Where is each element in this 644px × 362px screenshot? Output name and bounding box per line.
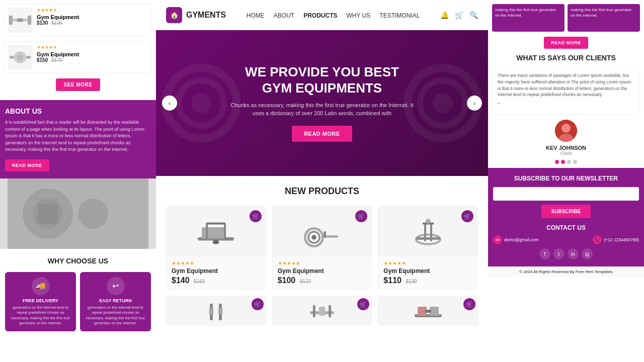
svg-rect-33	[324, 231, 326, 238]
product-info-2: ★★★★★ Gym Equipment $100 $120	[273, 256, 372, 289]
left-product-item-1: ★★★★★ Gym Equipment $130 $135	[4, 4, 152, 36]
product-card-2: 🛒 ★★★★★ Gym Equipment $100 $120	[272, 206, 372, 290]
product-img-1: 🛒	[167, 206, 266, 256]
nav-products[interactable]: PRODUCTS	[303, 11, 337, 20]
cart-btn-6[interactable]: 🛒	[463, 298, 475, 310]
instagram-icon[interactable]: ig	[582, 248, 593, 259]
left-product-old-price-1: $135	[51, 20, 62, 26]
cart-btn-5[interactable]: 🛒	[357, 298, 369, 310]
product-stars-3: ★★★★★	[383, 260, 472, 266]
easy-return-desc: generators on the internet tend to repea…	[84, 305, 147, 326]
svg-rect-8	[26, 56, 31, 59]
why-grid: 🚚 FREE DELIVERY generators on the intern…	[5, 272, 151, 331]
dot-2[interactable]	[561, 160, 565, 164]
left-product-stars-2: ★★★★★	[37, 45, 79, 50]
linkedin-icon[interactable]: in	[568, 248, 579, 259]
left-product-price-1: $130	[37, 20, 48, 26]
products-section-title: NEW PRODUCTS	[166, 186, 478, 197]
delivery-icon: 🚚	[32, 277, 50, 295]
why-card-easy-return: ↩ EASY RETURN generators on the internet…	[80, 272, 151, 331]
svg-point-28	[213, 240, 219, 244]
cart-icon[interactable]: 🛒	[455, 11, 463, 19]
hero-next-button[interactable]: ›	[467, 96, 482, 111]
dot-4[interactable]	[573, 160, 577, 164]
nav-about[interactable]: ABOUT	[274, 11, 294, 20]
hero-cta-button[interactable]: READ MORE	[292, 126, 352, 142]
left-product-img-1	[8, 8, 33, 33]
product-name-1: Gym Equipment	[172, 267, 261, 275]
product-name-3: Gym Equipment	[383, 267, 472, 275]
product-price-1: $140	[172, 276, 190, 285]
why-choose-section: WHY CHOOSE US 🚚 FREE DELIVERY generators…	[0, 249, 156, 339]
hero-prev-button[interactable]: ‹	[162, 96, 177, 111]
cart-btn-2[interactable]: 🛒	[355, 210, 367, 222]
partial-cards: making this the first true generator on …	[492, 4, 640, 32]
cart-btn-1[interactable]: 🛒	[250, 210, 262, 222]
svg-rect-1	[9, 16, 13, 25]
why-card-free-delivery: 🚚 FREE DELIVERY generators on the intern…	[5, 272, 76, 331]
product-name-2: Gym Equipment	[278, 267, 367, 275]
left-product-old-price-2: $170	[51, 57, 62, 63]
contact-email-item: ✉ demo@gmail.com	[493, 235, 539, 244]
dot-3[interactable]	[567, 160, 571, 164]
subscribe-input[interactable]	[493, 187, 639, 201]
products-section: NEW PRODUCTS 🛒 ★★★★★	[156, 176, 488, 331]
svg-rect-24	[202, 227, 226, 238]
products-grid: 🛒 ★★★★★ Gym Equipment $140 $165	[166, 206, 478, 290]
about-title: ABOUT US	[5, 107, 151, 115]
reviewer-role: Client	[492, 151, 640, 156]
cart-btn-4[interactable]: 🛒	[252, 298, 264, 310]
svg-rect-45	[313, 305, 315, 317]
cart-btn-3[interactable]: 🛒	[461, 210, 473, 222]
svg-rect-26	[224, 223, 226, 239]
right-read-more-button[interactable]: READ MORE	[544, 37, 588, 49]
nav-testimonial[interactable]: TESTIMONIAL	[379, 11, 420, 20]
nav-home[interactable]: HOME	[247, 11, 265, 20]
svg-rect-6	[17, 54, 23, 60]
svg-rect-51	[425, 310, 431, 313]
product-price-2: $100	[278, 276, 296, 285]
twitter-icon[interactable]: t	[553, 248, 565, 259]
brand-name: GYMENTS	[186, 11, 226, 20]
svg-rect-42	[209, 308, 213, 314]
product-stars-1: ★★★★★	[172, 260, 261, 266]
product-info-3: ★★★★★ Gym Equipment $110 $130	[378, 256, 477, 289]
reviewer-avatar	[555, 120, 577, 142]
product-price-3: $110	[383, 276, 401, 285]
testimonial-text: There are many variations of passages of…	[498, 72, 634, 98]
hero-description: Chunks as necessary, making this the fir…	[226, 101, 418, 118]
notification-icon[interactable]: 🔔	[440, 11, 449, 19]
testimonial-section-title: WHAT IS SAYS OUR CLIENTS	[492, 54, 640, 62]
testimonial-dots	[492, 160, 640, 164]
nav-whyus[interactable]: WHY US	[347, 11, 371, 20]
search-icon[interactable]: 🔍	[469, 11, 478, 19]
hero-section: ‹ WE PROVIDE YOU BEST GYM EQUIPMENTS Chu…	[156, 30, 488, 176]
contact-title: CONTACT US	[493, 224, 639, 231]
see-more-button[interactable]: SEE MORE	[56, 78, 101, 91]
testimonial-box: There are many variations of passages of…	[492, 67, 640, 115]
product-card-3: 🛒 ★★★★★ Gym Equipment $110 $130	[378, 206, 478, 290]
svg-rect-12	[38, 204, 58, 224]
left-product-name-2: Gym Equipment	[37, 51, 79, 57]
svg-rect-47	[319, 307, 325, 316]
svg-point-15	[561, 124, 571, 133]
product-card-1: 🛒 ★★★★★ Gym Equipment $140 $165	[166, 206, 266, 290]
subscribe-button[interactable]: SUBSCRIBE	[541, 205, 591, 218]
svg-rect-4	[18, 18, 23, 22]
right-panel: making this the first true generator on …	[488, 0, 644, 362]
subscribe-title: SUBSCRIBE TO OUR NEWSLETTER	[493, 175, 639, 182]
left-product-name-1: Gym Equipment	[37, 14, 79, 20]
why-choose-title: WHY CHOOSE US	[5, 257, 151, 265]
dot-1[interactable]	[555, 160, 559, 164]
product-card-5-partial: 🛒	[272, 296, 372, 326]
subscribe-section: SUBSCRIBE TO OUR NEWSLETTER SUBSCRIBE CO…	[488, 168, 644, 266]
product-card-6-partial: 🛒	[378, 296, 478, 326]
about-read-more-button[interactable]: READ MORE	[5, 159, 49, 171]
about-section: ABOUT US It is established fact that a r…	[0, 100, 156, 178]
gym-image-section	[0, 178, 156, 249]
free-delivery-label: FREE DELIVERY	[9, 298, 72, 303]
facebook-icon[interactable]: f	[539, 248, 550, 259]
product-info-1: ★★★★★ Gym Equipment $140 $165	[167, 256, 266, 289]
product-stars-2: ★★★★★	[278, 260, 367, 266]
navbar-nav: HOME ABOUT PRODUCTS WHY US TESTIMONIAL	[247, 11, 420, 20]
